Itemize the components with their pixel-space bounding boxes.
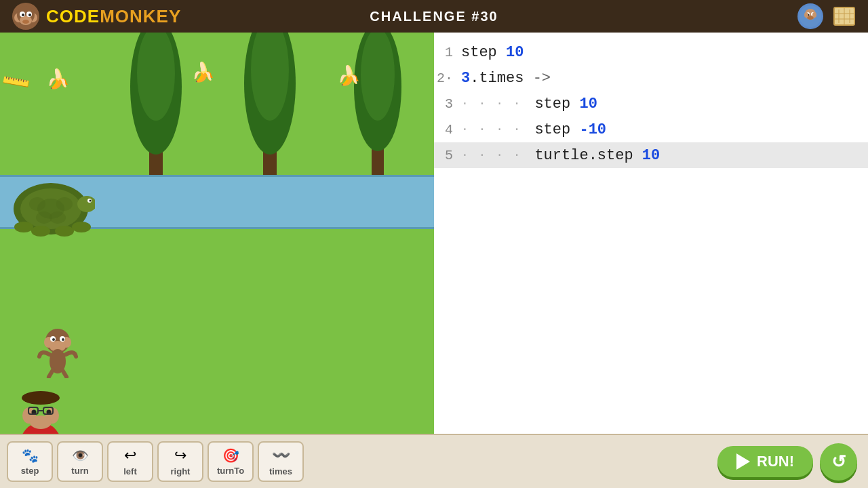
cmd-step-label: step xyxy=(21,466,39,476)
avatar-icon[interactable] xyxy=(797,3,823,29)
map-icon[interactable] xyxy=(831,3,857,29)
turn-icon: 👁️ xyxy=(72,447,89,464)
reset-icon: ↺ xyxy=(831,451,846,472)
svg-point-8 xyxy=(28,14,31,16)
line-num-3: 3 xyxy=(434,96,461,112)
cmd-right-label: right xyxy=(171,466,191,476)
step-icon: 🐾 xyxy=(22,447,39,464)
svg-point-39 xyxy=(14,222,33,232)
code-line-5: 5 · · · · turtle.step 10 xyxy=(434,142,868,168)
svg-point-28 xyxy=(361,33,395,121)
left-icon: ↩ xyxy=(124,447,136,464)
line-content-1: step 10 xyxy=(461,44,868,61)
logo-area: CODEMONKEY xyxy=(11,1,181,31)
cmd-turn-label: turn xyxy=(71,466,88,476)
banana-1: 🍌 xyxy=(46,68,70,90)
times-icon: 〰️ xyxy=(272,447,290,464)
banana-2: 🍌 xyxy=(191,61,215,83)
line-content-4: · · · · step -10 xyxy=(461,121,868,138)
banana-3: 🍌 xyxy=(337,64,361,87)
line-num-5: 5 xyxy=(434,148,461,163)
svg-point-50 xyxy=(62,338,64,341)
line-content-2: 3.times -> xyxy=(461,70,868,87)
code-panel: 1 step 10 2· 3.times -> 3 · · · · step 1… xyxy=(434,33,868,488)
cmd-right-button[interactable]: ↪ right xyxy=(157,441,203,482)
code-line-3: 3 · · · · step 10 xyxy=(434,91,868,117)
code-line-4: 4 · · · · step -10 xyxy=(434,117,868,142)
cmd-times-label: times xyxy=(269,466,292,476)
cmd-times-button[interactable]: 〰️ times xyxy=(258,441,304,482)
run-button[interactable]: RUN! xyxy=(717,446,813,477)
svg-point-49 xyxy=(52,338,55,341)
svg-point-41 xyxy=(55,226,74,237)
challenge-title: CHALLENGE #30 xyxy=(370,9,498,24)
header: CODEMONKEY CHALLENGE #30 xyxy=(0,0,868,33)
bottom-bar: RUN! ↺ xyxy=(434,434,868,488)
play-icon xyxy=(736,453,750,470)
cmd-turn-button[interactable]: 👁️ turn xyxy=(57,441,103,482)
cmd-left-button[interactable]: ↩ left xyxy=(107,441,153,482)
header-icons xyxy=(797,3,857,29)
code-line-2: 2· 3.times -> xyxy=(434,65,868,91)
svg-point-35 xyxy=(50,211,66,224)
code-line-1: 1 step 10 xyxy=(434,39,868,65)
svg-point-32 xyxy=(29,197,45,211)
svg-point-56 xyxy=(30,415,52,429)
code-editor[interactable]: 1 step 10 2· 3.times -> 3 · · · · step 1… xyxy=(434,33,868,434)
svg-point-33 xyxy=(56,197,73,211)
svg-point-64 xyxy=(22,391,60,405)
svg-point-9 xyxy=(22,20,29,24)
line-content-5: · · · · turtle.step 10 xyxy=(461,147,868,164)
logo-text: CODEMONKEY xyxy=(46,6,181,27)
svg-point-40 xyxy=(31,226,50,237)
main-area: 🍌 🍌 🍌 📏 xyxy=(0,33,868,488)
reset-button[interactable]: ↺ xyxy=(820,443,857,481)
cmd-step-button[interactable]: 🐾 step xyxy=(7,441,53,482)
right-icon: ↪ xyxy=(174,447,186,464)
line-num-1: 1 xyxy=(434,45,461,60)
svg-point-18 xyxy=(812,12,816,18)
line-num-4: 4 xyxy=(434,122,461,138)
game-area: 🍌 🍌 🍌 📏 xyxy=(0,33,434,488)
svg-point-7 xyxy=(22,14,24,16)
svg-point-17 xyxy=(804,12,808,18)
cmd-turnto-button[interactable]: 🎯 turnTo xyxy=(208,441,254,482)
svg-point-38 xyxy=(90,200,92,202)
svg-point-42 xyxy=(72,222,91,232)
run-label: RUN! xyxy=(757,453,794,470)
line-num-2: 2· xyxy=(434,70,461,86)
cmd-left-label: left xyxy=(123,466,137,476)
logo-monkey-icon xyxy=(11,1,41,31)
cmd-turnto-label: turnTo xyxy=(217,466,244,476)
line-content-3: · · · · step 10 xyxy=(461,96,868,113)
command-buttons: 🐾 step 👁️ turn ↩ left ↪ right 🎯 turnTo 〰… xyxy=(0,434,434,488)
turtle-sprite xyxy=(7,178,95,250)
turnto-icon: 🎯 xyxy=(222,447,239,464)
